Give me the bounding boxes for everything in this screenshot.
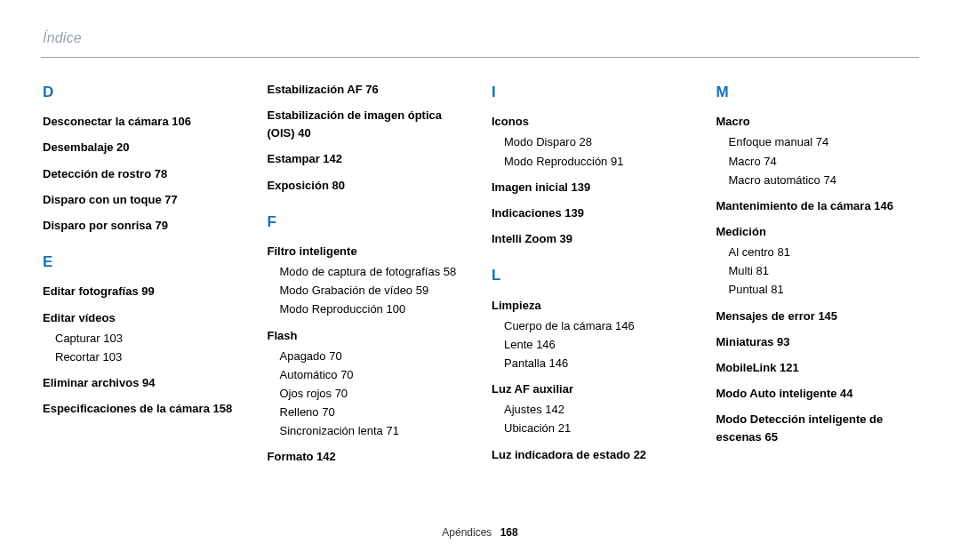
index-subentry[interactable]: Capturar 103 [55, 330, 244, 348]
column-3: IIconosModo Disparo 28Modo Reproducción … [492, 81, 693, 475]
index-entry[interactable]: Luz AF auxiliar [492, 380, 693, 398]
index-entry[interactable]: Detección de rostro 78 [43, 165, 244, 183]
index-subentry[interactable]: Puntual 81 [729, 281, 918, 299]
index-subentry[interactable]: Modo Reproducción 91 [504, 153, 693, 171]
index-entry[interactable]: Mantenimiento de la cámara 146 [716, 197, 918, 215]
column-4: MMacroEnfoque manual 74Macro 74Macro aut… [716, 81, 918, 475]
index-entry[interactable]: Formato 142 [268, 448, 469, 466]
index-subentry[interactable]: Apagado 70 [280, 348, 469, 365]
index-letter: I [492, 81, 693, 104]
index-subentry[interactable]: Ajustes 142 [504, 401, 693, 419]
index-letter: F [268, 211, 469, 234]
index-entry[interactable]: Editar vídeos [43, 309, 244, 327]
index-entry[interactable]: Flash [268, 327, 469, 345]
column-1: DDesconectar la cámara 106Desembalaje 20… [43, 81, 244, 475]
index-entry[interactable]: Indicaciones 139 [492, 204, 693, 222]
index-subentry[interactable]: Enfoque manual 74 [729, 133, 918, 151]
index-subentry[interactable]: Modo Disparo 28 [504, 133, 693, 151]
index-entry[interactable]: Mensajes de error 145 [716, 308, 918, 325]
page-footer: Apéndices 168 [0, 526, 960, 539]
index-subentry[interactable]: Modo Reproducción 100 [280, 300, 469, 318]
index-subentry[interactable]: Modo de captura de fotografías 58 [280, 263, 469, 281]
index-subentry[interactable]: Sincronización lenta 71 [280, 422, 469, 440]
index-subentry[interactable]: Automático 70 [280, 366, 469, 384]
index-subentry[interactable]: Al centro 81 [729, 244, 918, 261]
index-subentry[interactable]: Recortar 103 [55, 348, 244, 366]
index-subentry[interactable]: Macro automático 74 [729, 172, 918, 189]
index-subentry[interactable]: Relleno 70 [280, 404, 469, 421]
index-subentry[interactable]: Macro 74 [729, 153, 918, 171]
index-entry[interactable]: Miniaturas 93 [716, 333, 918, 351]
index-entry[interactable]: Imagen inicial 139 [492, 179, 693, 196]
index-subentry[interactable]: Modo Grabación de vídeo 59 [280, 282, 469, 300]
index-entry[interactable]: Limpieza [492, 297, 693, 315]
index-entry[interactable]: Desembalaje 20 [43, 139, 244, 156]
index-entry[interactable]: Desconectar la cámara 106 [43, 113, 244, 131]
horizontal-rule [41, 57, 919, 58]
index-subentry[interactable]: Ubicación 21 [504, 420, 693, 437]
index-entry[interactable]: MobileLink 121 [716, 359, 918, 377]
index-entry[interactable]: Editar fotografías 99 [43, 283, 244, 300]
index-letter: D [43, 81, 244, 104]
index-subentry[interactable]: Ojos rojos 70 [280, 385, 469, 403]
index-entry[interactable]: Especificaciones de la cámara 158 [43, 400, 244, 418]
index-entry[interactable]: Iconos [492, 113, 693, 131]
index-entry[interactable]: Disparo por sonrisa 79 [43, 217, 244, 235]
index-subentry[interactable]: Multi 81 [729, 262, 918, 280]
index-entry[interactable]: Disparo con un toque 77 [43, 191, 244, 209]
index-columns: DDesconectar la cámara 106Desembalaje 20… [43, 81, 917, 475]
index-entry[interactable]: Intelli Zoom 39 [492, 230, 693, 248]
index-entry[interactable]: Luz indicadora de estado 22 [492, 446, 693, 464]
index-letter: E [43, 251, 244, 274]
index-entry[interactable]: Medición [716, 223, 918, 241]
index-entry[interactable]: Macro [716, 113, 918, 131]
index-entry[interactable]: Estabilización de imagen óptica (OIS) 40 [268, 107, 469, 142]
index-entry[interactable]: Estabilización AF 76 [268, 81, 469, 99]
index-subentry[interactable]: Cuerpo de la cámara 146 [504, 317, 693, 335]
index-letter: L [492, 264, 693, 287]
column-2: Estabilización AF 76Estabilización de im… [268, 81, 469, 475]
index-entry[interactable]: Exposición 80 [268, 177, 469, 195]
index-entry[interactable]: Modo Auto inteligente 44 [716, 385, 918, 403]
index-subentry[interactable]: Pantalla 146 [504, 355, 693, 372]
index-entry[interactable]: Estampar 142 [268, 150, 469, 168]
index-entry[interactable]: Filtro inteligente [268, 243, 469, 260]
footer-page-number: 168 [500, 526, 518, 539]
page-title: Índice [43, 30, 917, 46]
index-entry[interactable]: Eliminar archivos 94 [43, 374, 244, 392]
footer-section: Apéndices [442, 526, 492, 539]
index-entry[interactable]: Modo Detección inteligente de escenas 65 [716, 411, 918, 446]
index-letter: M [716, 81, 918, 104]
index-subentry[interactable]: Lente 146 [504, 336, 693, 354]
